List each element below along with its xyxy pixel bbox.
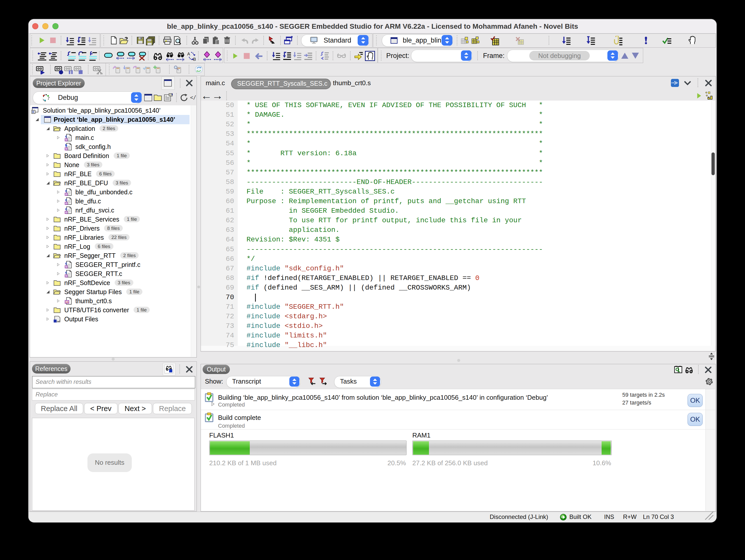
svg-text:c: c <box>65 270 67 274</box>
svg-text:c: c <box>65 134 67 138</box>
svg-text:sm: sm <box>65 300 69 304</box>
svg-text:h: h <box>65 143 67 147</box>
svg-text:r: r <box>66 148 67 151</box>
svg-text:c: c <box>65 189 67 193</box>
svg-text:c: c <box>65 198 67 202</box>
svg-text:r: r <box>66 139 67 141</box>
svg-text:r: r <box>66 193 67 196</box>
svg-text:</: </ <box>190 95 196 101</box>
svg-text:c: c <box>65 207 67 211</box>
svg-text:r: r <box>66 266 67 268</box>
svg-text:r: r <box>66 211 67 214</box>
svg-text:r: r <box>66 202 67 205</box>
svg-text:r: r <box>66 275 67 277</box>
svg-text:c: c <box>65 261 67 265</box>
